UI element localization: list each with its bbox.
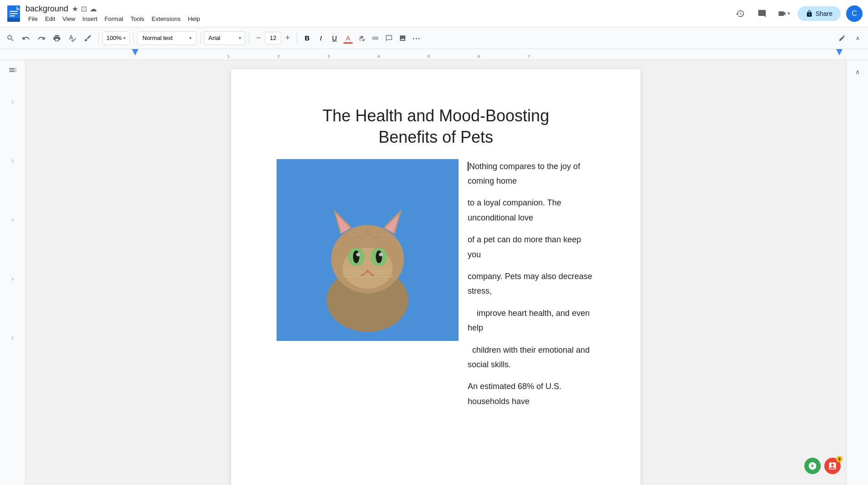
style-label: Normal text — [142, 35, 172, 41]
divider-2 — [133, 33, 134, 44]
paragraph-5: improve heart health, and even help — [468, 306, 595, 335]
floating-buttons: 3 — [804, 458, 841, 474]
font-size-area: − 12 + — [253, 32, 293, 45]
svg-point-16 — [376, 250, 382, 263]
page[interactable]: The Health and Mood-Boosting Benefits of… — [231, 69, 641, 485]
divider-5 — [297, 33, 297, 44]
font-size-plus-button[interactable]: + — [282, 33, 293, 44]
right-panel: ∧ — [846, 60, 868, 485]
star-icon[interactable]: ★ — [72, 5, 78, 13]
style-arrow: ▾ — [189, 35, 192, 40]
paragraph-7: An estimated 68% of U.S. households have — [468, 379, 595, 409]
font-label: Arial — [208, 35, 220, 41]
svg-point-17 — [356, 253, 360, 256]
italic-button[interactable]: I — [314, 32, 327, 45]
zoom-arrow: ▾ — [123, 35, 126, 40]
comments-icon[interactable] — [754, 5, 770, 22]
top-right-actions: ▾ Share C — [732, 5, 863, 22]
highlight-button[interactable] — [355, 32, 368, 45]
font-size-minus-button[interactable]: − — [253, 33, 264, 44]
font-selector[interactable]: Arial ▾ — [204, 31, 245, 45]
print-button[interactable] — [50, 31, 64, 45]
divider-1 — [98, 33, 99, 44]
image-insert-button[interactable] — [396, 32, 409, 45]
menu-bar: background ★ ⊡ ☁ File Edit View Insert F… — [0, 0, 868, 27]
comment-insert-button[interactable] — [383, 32, 395, 45]
paragraph-1: Nothing compares to the joy of coming ho… — [468, 159, 595, 189]
style-selector[interactable]: Normal text ▾ — [137, 31, 197, 45]
left-sidebar: 1 2 3 4 5 — [0, 60, 25, 485]
paint-format-button[interactable] — [81, 31, 95, 45]
menu-format[interactable]: Format — [102, 15, 126, 23]
document-title: The Health and Mood-Boosting Benefits of… — [277, 105, 595, 148]
zoom-value: 100% — [106, 35, 121, 41]
menu-tools[interactable]: Tools — [128, 15, 147, 23]
menu-file[interactable]: File — [25, 15, 40, 23]
menu-insert[interactable]: Insert — [80, 15, 100, 23]
text-content: Nothing compares to the joy of coming ho… — [459, 159, 595, 416]
paragraph-2: to a loyal companion. The unconditional … — [468, 195, 595, 225]
cat-image — [277, 159, 459, 341]
share-button[interactable]: Share — [797, 6, 841, 21]
collapse-right-button[interactable]: ∧ — [849, 64, 866, 80]
floating-red-button[interactable]: 3 — [824, 458, 841, 474]
paragraph-6: children with their emotional and social… — [468, 343, 595, 372]
svg-point-15 — [353, 250, 359, 263]
bold-button[interactable]: B — [301, 32, 313, 45]
edit-mode-button[interactable] — [835, 31, 849, 45]
search-button[interactable] — [4, 31, 17, 45]
svg-rect-2 — [10, 11, 18, 12]
ruler: 1 2 3 4 5 6 7 — [0, 49, 868, 60]
document-area: The Health and Mood-Boosting Benefits of… — [25, 60, 846, 485]
underline-button[interactable]: U — [328, 32, 341, 45]
menu-edit[interactable]: Edit — [42, 15, 58, 23]
history-icon[interactable] — [732, 5, 748, 22]
svg-rect-3 — [10, 13, 18, 14]
user-avatar[interactable]: C — [846, 5, 863, 22]
zoom-selector[interactable]: 100% ▾ — [102, 31, 130, 45]
doc-title-area: background ★ ⊡ ☁ File Edit View Insert F… — [25, 4, 728, 23]
divider-3 — [200, 33, 201, 44]
toolbar: 100% ▾ Normal text ▾ Arial ▾ − 12 + B I … — [0, 27, 868, 49]
more-options-button[interactable]: ⋯ — [410, 32, 423, 45]
folder-icon[interactable]: ⊡ — [81, 5, 87, 13]
font-size-value[interactable]: 12 — [265, 32, 281, 45]
outline-icon[interactable] — [8, 65, 17, 77]
spellcheck-button[interactable] — [66, 31, 79, 45]
share-label: Share — [816, 10, 833, 17]
menu-help[interactable]: Help — [185, 15, 203, 23]
redo-button[interactable] — [35, 31, 48, 45]
collapse-panel-button[interactable]: ∧ — [851, 31, 864, 45]
float-badge: 3 — [836, 456, 843, 462]
link-button[interactable] — [369, 32, 382, 45]
doc-title[interactable]: background — [25, 4, 68, 14]
text-color-button[interactable]: A — [342, 32, 354, 45]
content-section: Nothing compares to the joy of coming ho… — [277, 159, 595, 416]
cloud-icon[interactable]: ☁ — [90, 5, 97, 13]
undo-button[interactable] — [19, 31, 33, 45]
app-icon — [5, 5, 22, 22]
paragraph-4: company. Pets may also decrease stress, — [468, 269, 595, 299]
menu-extensions[interactable]: Extensions — [149, 15, 183, 23]
divider-4 — [249, 33, 249, 44]
svg-rect-4 — [10, 15, 15, 16]
menu-view[interactable]: View — [60, 15, 78, 23]
svg-point-18 — [379, 253, 383, 256]
paragraph-3: of a pet can do more than keep you — [468, 232, 595, 262]
meet-icon[interactable]: ▾ — [776, 5, 792, 22]
main-area: 1 2 3 4 5 The Health and Mood-Boosting B… — [0, 60, 868, 485]
floating-green-button[interactable] — [804, 458, 821, 474]
text-format-buttons: B I U A ⋯ — [301, 32, 423, 45]
font-arrow: ▾ — [239, 35, 241, 40]
